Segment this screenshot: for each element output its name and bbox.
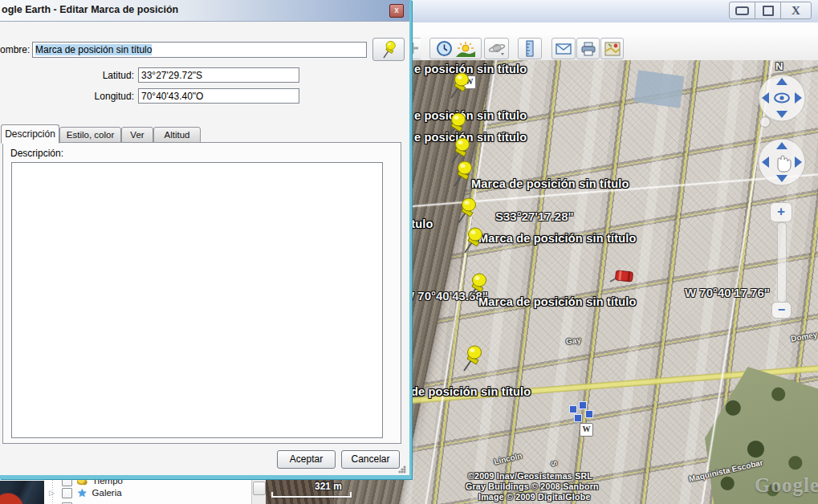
dialog-titlebar[interactable]: ogle Earth - Editar Marca de posición x	[0, 0, 409, 22]
latitude-input[interactable]: 33°27'29.72"S	[138, 67, 299, 83]
copyright-text: Image © 2009 DigitalGlobe	[478, 492, 591, 502]
placemark-label[interactable]: Marca de posición sin título	[471, 177, 629, 190]
ruler-icon	[526, 40, 534, 57]
tab-descripcion[interactable]: Descripción	[1, 124, 59, 144]
main-window-titlebar: X	[412, 0, 818, 23]
yellow-pushpin[interactable]	[451, 160, 472, 189]
window-controls: X	[729, 2, 812, 19]
latitude-value: 33°27'29.72"S	[141, 70, 202, 81]
layers-sidebar: Tiempo ▷ ★ Galeria	[0, 479, 265, 504]
yellow-pushpin[interactable]	[461, 344, 482, 373]
map-view-icon	[604, 42, 621, 56]
minimize-button[interactable]	[730, 2, 755, 18]
pushpin-icon	[381, 40, 397, 59]
edit-placemark-dialog: ogle Earth - Editar Marca de posición x …	[0, 0, 412, 479]
tab-altitud[interactable]: Altitud	[153, 127, 201, 143]
move-joystick[interactable]	[757, 137, 807, 187]
longitude-value: 70°40'43.40"O	[141, 91, 203, 102]
ruler-button[interactable]	[518, 38, 542, 59]
dialog-tabs: Descripción Estilo, color Ver Altitud	[1, 124, 409, 143]
layer-item-partial[interactable]	[44, 500, 251, 504]
zoom-slider-track[interactable]	[777, 222, 787, 303]
maximize-icon	[763, 6, 774, 16]
placemark-label[interactable]: e posición sin título	[414, 63, 527, 75]
weather-icon	[77, 480, 87, 486]
photo-marker[interactable]	[574, 414, 582, 422]
time-sun-button-group[interactable]	[429, 38, 482, 59]
sidebar-photo-thumbnail	[0, 481, 44, 504]
yellow-pushpin[interactable]	[462, 226, 482, 255]
layer-label[interactable]: Galeria	[92, 488, 122, 498]
photo-marker[interactable]	[569, 405, 577, 413]
email-button[interactable]	[551, 38, 576, 59]
close-icon: X	[792, 5, 800, 17]
latitude-label: Latitud:	[48, 70, 134, 81]
email-icon	[556, 43, 572, 55]
close-button[interactable]: X	[781, 2, 811, 18]
photo-marker[interactable]	[585, 410, 593, 418]
red-pushpin[interactable]	[608, 267, 629, 296]
toolbar	[412, 35, 818, 61]
dialog-close-button[interactable]: x	[389, 4, 404, 18]
sunrise-icon	[456, 41, 475, 57]
placemark-label[interactable]: e posición sin título	[414, 131, 527, 144]
description-label: Descripción:	[10, 148, 63, 159]
copyright-text: ©2009 Inav/Geosistemas SRL	[468, 471, 592, 481]
layer-label[interactable]: Tiempo	[92, 480, 123, 486]
copyright-text: Gray Buildings © 2008 Sanborn	[466, 482, 599, 491]
minimize-icon	[735, 6, 749, 15]
yellow-pushpin[interactable]	[466, 272, 486, 301]
scrollbar-thumb[interactable]	[253, 482, 266, 495]
galeria-checkbox[interactable]	[62, 488, 72, 498]
zoom-out-button[interactable]: −	[771, 302, 792, 319]
layer-item-galeria[interactable]: ▷ ★ Galeria	[44, 486, 251, 500]
accept-button[interactable]: Aceptar	[277, 450, 336, 469]
name-label: ombre:	[0, 44, 29, 55]
resize-grip[interactable]	[398, 465, 406, 474]
description-textarea[interactable]	[11, 162, 383, 438]
planet-icon	[488, 42, 506, 56]
screen: X	[0, 0, 818, 504]
partial-tool-icon[interactable]	[412, 38, 421, 59]
map-view-button[interactable]	[600, 38, 624, 59]
sidebar-scrollbar[interactable]	[251, 480, 266, 504]
layers-tree: Tiempo ▷ ★ Galeria	[44, 480, 251, 504]
blue-building	[633, 70, 684, 108]
compass-north-label: N	[775, 60, 783, 72]
look-joystick[interactable]	[757, 73, 807, 123]
expander-icon[interactable]	[49, 480, 57, 485]
graticule-label: S33°27'17.28"	[495, 209, 574, 223]
yellow-pushpin[interactable]	[455, 197, 476, 226]
planets-button[interactable]	[484, 38, 509, 59]
tab-estilo-color[interactable]: Estilo, color	[59, 127, 121, 143]
print-icon	[580, 42, 596, 56]
dialog-title: ogle Earth - Editar Marca de posición	[2, 4, 178, 15]
photo-marker[interactable]	[579, 401, 587, 409]
menu-strip	[412, 22, 818, 36]
placemark-label[interactable]: e posición sin título	[414, 109, 527, 122]
google-logo: Google	[755, 474, 818, 497]
clock-icon	[436, 40, 453, 57]
graticule-label: W 70°40'17.76"	[685, 286, 770, 299]
yellow-pushpin[interactable]	[448, 71, 469, 100]
scale-label: 321 m	[315, 481, 342, 492]
placemark-label[interactable]: Marca de posición sin título	[478, 295, 637, 308]
scale-bar	[271, 496, 352, 498]
cancel-button[interactable]: Cancelar	[341, 450, 400, 469]
zoom-in-button[interactable]: +	[770, 202, 792, 222]
placemark-label[interactable]: Marca de posición sin título	[478, 232, 637, 245]
longitude-input[interactable]: 70°40'43.40"O	[138, 88, 299, 104]
name-value-selected: Marca de posición sin título	[35, 44, 152, 55]
tab-ver[interactable]: Ver	[121, 127, 153, 143]
placemark-label[interactable]: de posición sin título	[411, 385, 531, 398]
print-button[interactable]	[576, 38, 600, 59]
star-icon: ★	[77, 488, 87, 498]
maximize-button[interactable]	[755, 2, 781, 18]
expander-icon[interactable]: ▷	[49, 489, 57, 497]
longitude-label: Longitud:	[48, 91, 134, 102]
placemark-icon-button[interactable]	[372, 38, 405, 61]
name-input[interactable]: Marca de posición sin título	[32, 42, 367, 58]
wikipedia-marker[interactable]: W	[580, 423, 593, 437]
